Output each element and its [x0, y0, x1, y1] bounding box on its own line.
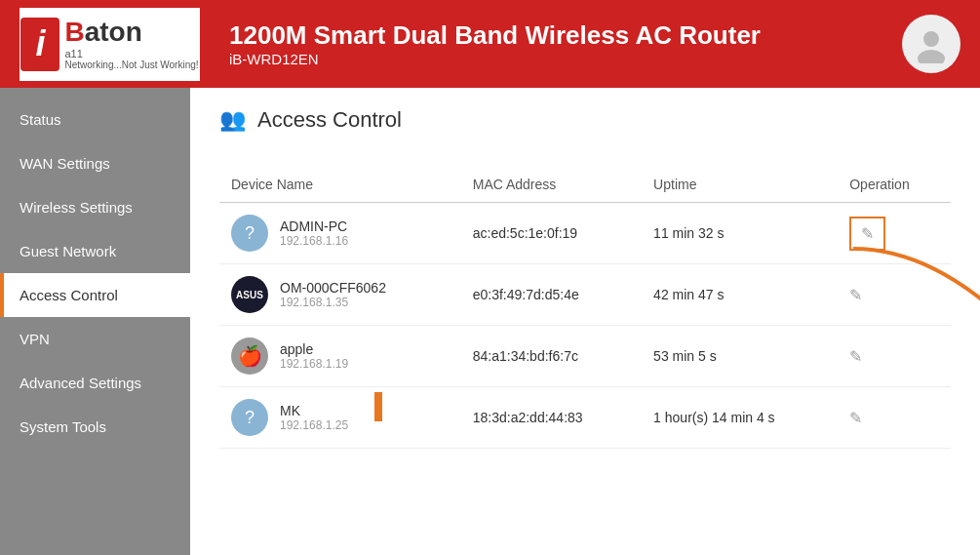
- device-ip: 192.168.1.19: [280, 357, 348, 371]
- uptime: 53 min 5 s: [642, 326, 838, 387]
- operation-cell: ✎: [838, 387, 951, 449]
- mac-address: ac:ed:5c:1e:0f:19: [461, 203, 642, 264]
- mac-address: 18:3d:a2:dd:44:83: [461, 387, 642, 449]
- edit-icon[interactable]: ✎: [849, 287, 862, 303]
- table-row: ? MK 192.168.1.25 18:3d:a2:dd:44:831 hou…: [219, 387, 951, 449]
- operation-cell: ✎: [838, 203, 951, 264]
- device-ip: 192.168.1.35: [280, 296, 386, 309]
- device-cell-0: ? ADMIN-PC 192.168.1.16: [219, 203, 461, 264]
- device-ip: 192.168.1.16: [280, 234, 348, 248]
- table-row: 🍎 apple 192.168.1.19 84:a1:34:bd:f6:7c53…: [219, 326, 951, 387]
- page-title-row: 👥 Access Control: [219, 107, 951, 142]
- logo-text: Baton a11 Networking...Not Just Working!: [64, 19, 198, 70]
- device-name: MK: [280, 403, 348, 418]
- svg-point-1: [918, 50, 945, 63]
- device-name: apple: [280, 341, 348, 357]
- edit-icon[interactable]: ✎: [849, 410, 862, 426]
- col-operation: Operation: [838, 167, 951, 203]
- sidebar-item-status[interactable]: Status: [0, 98, 190, 141]
- model-number: iB-WRD12EN: [229, 51, 761, 67]
- uptime: 42 min 47 s: [642, 264, 838, 326]
- edit-button-highlighted[interactable]: ✎: [849, 217, 885, 251]
- col-device-name: Device Name: [219, 167, 461, 203]
- device-cell-2: 🍎 apple 192.168.1.19: [219, 326, 461, 387]
- edit-icon[interactable]: ✎: [861, 224, 874, 243]
- svg-point-0: [923, 31, 939, 47]
- device-cell-1: ASUS OM-000CFF6062 192.168.1.35: [219, 264, 461, 326]
- sidebar-item-guest-network[interactable]: Guest Network: [0, 229, 190, 273]
- mac-address: 84:a1:34:bd:f6:7c: [461, 326, 642, 387]
- uptime: 11 min 32 s: [642, 203, 838, 264]
- header: i Baton a11 Networking...Not Just Workin…: [0, 0, 980, 88]
- sidebar-item-wan-settings[interactable]: WAN Settings: [0, 141, 190, 185]
- operation-cell: ✎: [838, 264, 951, 326]
- product-name: 1200M Smart Dual Band Wireless AC Router: [229, 20, 761, 51]
- device-ip: 192.168.1.25: [280, 418, 348, 432]
- edit-icon[interactable]: ✎: [849, 348, 862, 365]
- device-name-group: OM-000CFF6062 192.168.1.35: [280, 280, 386, 309]
- sidebar-item-system-tools[interactable]: System Tools: [0, 405, 190, 449]
- page-title: Access Control: [257, 107, 402, 133]
- col-uptime: Uptime: [642, 167, 838, 203]
- mac-address: e0:3f:49:7d:d5:4e: [461, 264, 642, 326]
- sidebar-item-vpn[interactable]: VPN: [0, 317, 190, 361]
- device-icon-unknown: ?: [231, 215, 268, 252]
- device-icon-asus: ASUS: [231, 276, 268, 313]
- table-row: ASUS OM-000CFF6062 192.168.1.35 e0:3f:49…: [219, 264, 951, 326]
- access-control-icon: 👥: [219, 107, 246, 133]
- device-name: OM-000CFF6062: [280, 280, 386, 296]
- col-mac: MAC Address: [461, 167, 642, 203]
- header-title: 1200M Smart Dual Band Wireless AC Router…: [229, 20, 761, 67]
- logo-brand: Baton: [64, 19, 198, 46]
- operation-cell: ✎: [838, 326, 951, 387]
- device-icon-unknown: ?: [231, 399, 268, 436]
- logo-all: a11: [64, 48, 198, 59]
- device-name-group: ADMIN-PC 192.168.1.16: [280, 218, 348, 248]
- device-name-group: apple 192.168.1.19: [280, 341, 348, 371]
- device-table: Device Name MAC Address Uptime Operation…: [219, 167, 951, 449]
- sidebar-item-access-control[interactable]: Access Control: [0, 273, 190, 317]
- sidebar-item-advanced-settings[interactable]: Advanced Settings: [0, 361, 190, 405]
- device-name: ADMIN-PC: [280, 218, 348, 234]
- user-avatar-icon: [912, 24, 951, 63]
- main-layout: Status WAN Settings Wireless Settings Gu…: [0, 88, 980, 555]
- device-name-group: MK 192.168.1.25: [280, 403, 348, 432]
- uptime: 1 hour(s) 14 min 4 s: [642, 387, 838, 449]
- content-area: 👥 Access Control Device Name MAC Address…: [190, 88, 980, 555]
- logo-i: i: [20, 18, 59, 71]
- avatar: [902, 15, 960, 73]
- device-icon-apple: 🍎: [231, 337, 268, 375]
- sidebar-item-wireless-settings[interactable]: Wireless Settings: [0, 185, 190, 229]
- logo: i Baton a11 Networking...Not Just Workin…: [20, 8, 200, 81]
- table-row: ? ADMIN-PC 192.168.1.16 ac:ed:5c:1e:0f:1…: [219, 203, 951, 264]
- sidebar: Status WAN Settings Wireless Settings Gu…: [0, 88, 190, 555]
- logo-tagline: Networking...Not Just Working!: [64, 59, 198, 70]
- device-cell-3: ? MK 192.168.1.25: [219, 387, 461, 449]
